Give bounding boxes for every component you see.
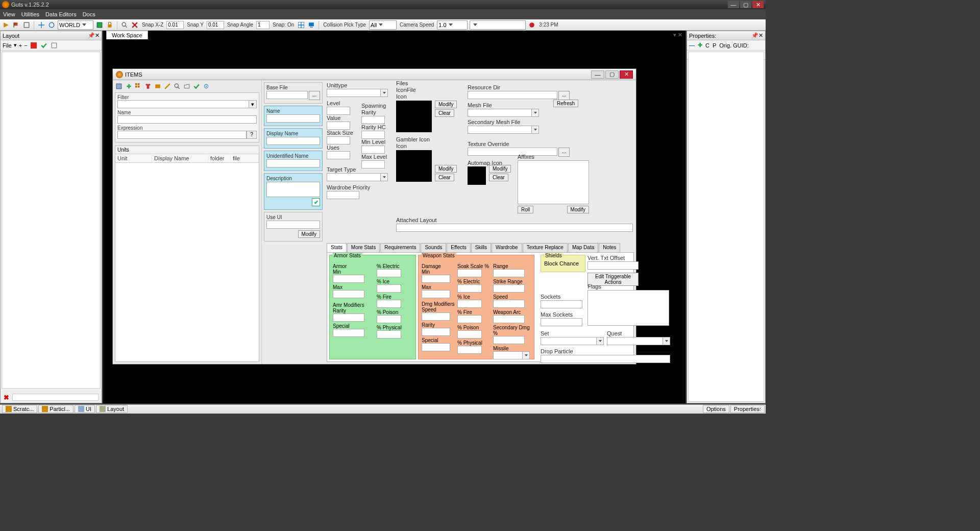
cancel-icon[interactable]	[131, 21, 139, 29]
name-input[interactable]	[117, 115, 257, 124]
folder-icon[interactable]	[183, 82, 191, 90]
armor-electric-input[interactable]	[377, 269, 401, 277]
value-input[interactable]	[327, 122, 350, 130]
armor-min-input[interactable]	[333, 275, 364, 283]
check-icon[interactable]	[192, 82, 201, 90]
empty-combo[interactable]	[470, 20, 526, 30]
menu-utilities[interactable]: Utilities	[21, 11, 39, 17]
check-green-icon[interactable]	[40, 41, 48, 50]
flags-listbox[interactable]	[587, 290, 669, 326]
marker-red-icon[interactable]	[30, 41, 38, 50]
sockets-input[interactable]	[541, 300, 582, 308]
tab-mapdata[interactable]: Map Data	[568, 243, 598, 252]
units-grid-body[interactable]	[115, 163, 259, 361]
add-icon[interactable]: ✚	[125, 82, 133, 90]
resource-browse[interactable]: ...	[558, 91, 570, 100]
displayname-input[interactable]	[266, 137, 320, 145]
delete-icon[interactable]: ✖	[4, 394, 9, 401]
remove-icon[interactable]: −	[24, 42, 27, 49]
snap-xz-input[interactable]	[166, 21, 184, 29]
close-button[interactable]: ✕	[752, 1, 764, 8]
automap-modify-button[interactable]: Modify	[489, 165, 511, 173]
panel-close-icon[interactable]: ✕	[95, 32, 100, 39]
panel-close-icon[interactable]: ✕	[758, 32, 763, 39]
vert-input[interactable]	[587, 261, 639, 270]
tool-icon[interactable]	[50, 41, 58, 50]
camera-speed-combo[interactable]: 1.0	[437, 20, 468, 30]
monitor-icon[interactable]	[307, 21, 315, 29]
rarity-input[interactable]	[361, 116, 385, 124]
unidentified-input[interactable]	[266, 159, 320, 167]
dmg-rarity-input[interactable]	[422, 328, 450, 336]
armor-physical-input[interactable]	[377, 330, 401, 339]
icon-clear-button[interactable]: Clear	[435, 109, 454, 117]
armor-ice-input[interactable]	[377, 284, 401, 293]
pencil-icon[interactable]	[163, 82, 172, 90]
affixes-modify-button[interactable]: Modify	[567, 206, 589, 213]
target-combo[interactable]	[327, 173, 388, 181]
record-icon[interactable]	[528, 21, 536, 29]
tab-texture[interactable]: Texture Replace	[523, 243, 568, 252]
tab-wardrobe[interactable]: Wardrobe	[492, 243, 522, 252]
snap-angle-input[interactable]	[256, 21, 270, 29]
plus-icon[interactable]: ✚	[698, 42, 702, 49]
world-combo[interactable]: WORLD	[58, 20, 93, 30]
filter-input[interactable]	[117, 100, 249, 108]
menu-view[interactable]: View	[3, 11, 15, 17]
p-icon[interactable]: P	[713, 42, 716, 49]
rotate-icon[interactable]	[47, 21, 56, 29]
maximize-button[interactable]: ▢	[740, 1, 751, 8]
missile-combo[interactable]	[493, 351, 530, 359]
tool-icon-1[interactable]	[22, 21, 31, 29]
tab-req[interactable]: Requirements	[380, 243, 420, 252]
save-icon[interactable]	[115, 82, 123, 90]
tab-sounds[interactable]: Sounds	[421, 243, 446, 252]
snap-y-input[interactable]	[207, 21, 224, 29]
shirt-icon[interactable]	[144, 82, 152, 90]
roll-button[interactable]: Roll	[518, 206, 533, 213]
search-icon[interactable]	[120, 21, 129, 29]
secmesh-combo[interactable]	[468, 126, 539, 134]
expression-help-button[interactable]: ?	[247, 131, 257, 139]
tab-skills[interactable]: Skills	[471, 243, 491, 252]
soak-input[interactable]	[457, 269, 482, 277]
filter-dropdown[interactable]: ▾	[249, 100, 257, 108]
wspeed-input[interactable]	[493, 300, 525, 308]
menu-docs[interactable]: Docs	[83, 11, 95, 17]
stack-input[interactable]	[327, 136, 350, 144]
grid-icon[interactable]	[297, 21, 305, 29]
welectric-input[interactable]	[457, 284, 482, 293]
set-combo[interactable]	[541, 337, 604, 345]
tab-ui[interactable]: UI	[75, 405, 95, 413]
tab-stats[interactable]: Stats	[327, 243, 347, 252]
c-icon[interactable]: C	[705, 42, 709, 49]
useui-modify-button[interactable]: Modify	[298, 230, 320, 238]
minimize-button[interactable]: —	[728, 1, 739, 8]
refresh-button[interactable]: Refresh	[553, 100, 578, 107]
uses-input[interactable]	[327, 151, 350, 159]
arc-input[interactable]	[493, 315, 525, 323]
armor-max-input[interactable]	[333, 290, 364, 298]
dmg-speed-input[interactable]	[422, 312, 450, 321]
layout-tree[interactable]	[2, 52, 101, 389]
flag-icon[interactable]	[12, 21, 20, 29]
maxsock-input[interactable]	[541, 318, 582, 326]
add-icon[interactable]: +	[19, 42, 22, 49]
minlevel-input[interactable]	[361, 146, 385, 154]
icon-modify-button[interactable]: Modify	[435, 101, 457, 108]
box-icon[interactable]	[154, 82, 162, 90]
secdmg-input[interactable]	[493, 336, 525, 344]
tab-notes[interactable]: Notes	[599, 243, 620, 252]
pin-icon[interactable]: 📌	[751, 32, 758, 39]
armor-fire-input[interactable]	[377, 300, 401, 308]
level-input[interactable]	[327, 107, 350, 115]
tab-particle[interactable]: Particl...	[38, 405, 74, 413]
resource-input[interactable]	[468, 91, 557, 99]
rarityhc-input[interactable]	[361, 131, 385, 139]
unittype-combo[interactable]	[327, 89, 388, 97]
lock-icon[interactable]	[106, 21, 114, 29]
quest-combo[interactable]	[607, 337, 670, 345]
wardrobe-input[interactable]	[327, 191, 359, 199]
grid-icon[interactable]	[134, 82, 142, 90]
dmg-min-input[interactable]	[422, 275, 450, 283]
